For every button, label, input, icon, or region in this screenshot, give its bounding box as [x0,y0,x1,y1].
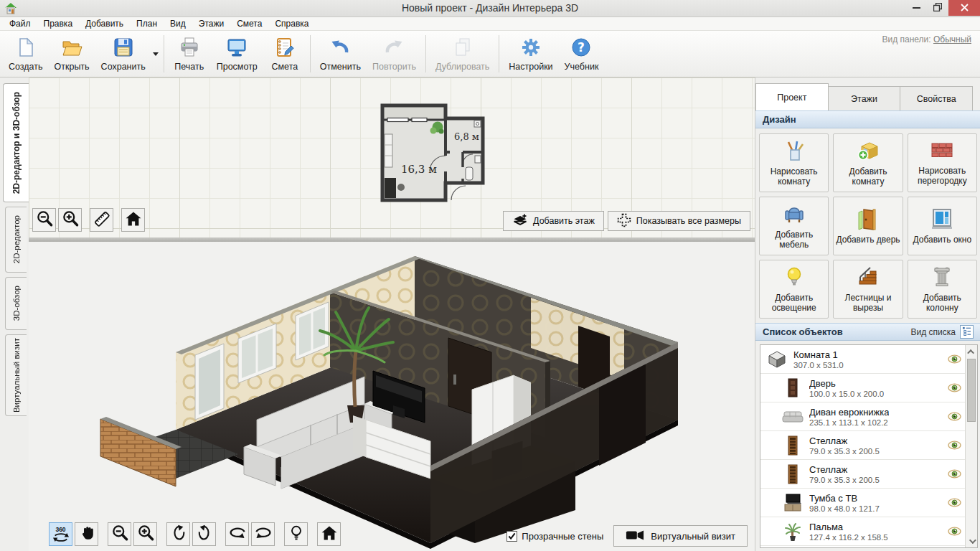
2d-editor-canvas[interactable]: 16,3 м 6,8 м Добавить этаж Показывать вс… [29,77,755,237]
design-buttons-grid: Нарисовать комнату Добавить комнату Нари… [759,133,977,319]
fit-home-button-2d[interactable] [121,208,145,232]
add-column-button[interactable]: Добавить колонну [908,260,977,319]
print-button[interactable]: Печать [168,33,211,75]
menu-floors[interactable]: Этажи [192,18,230,29]
menu-view[interactable]: Вид [164,18,192,29]
restore-icon [933,3,942,14]
minimize-button[interactable] [905,0,927,16]
lighting-button[interactable] [284,522,308,546]
menu-help[interactable]: Справка [268,18,315,29]
visibility-eye-icon[interactable] [948,527,961,538]
tab-virtual-visit[interactable]: Виртуальный визит [5,334,27,416]
orbit-left-button[interactable] [225,522,249,546]
virtual-visit-button[interactable]: Виртуальный визит [613,525,748,547]
object-row-shelf-1[interactable]: Стеллаж79.0 x 35.3 x 200.5 [760,431,977,460]
visibility-eye-icon[interactable] [948,469,961,481]
redo-button[interactable]: Повторить [367,33,422,75]
scroll-up-arrow[interactable] [966,346,977,357]
menu-file[interactable]: Файл [3,18,37,29]
restore-button[interactable] [927,0,948,16]
visibility-eye-icon[interactable] [948,498,961,509]
estimate-notepad-icon [274,37,296,60]
menu-plan[interactable]: План [130,18,164,29]
add-floor-button[interactable]: Добавить этаж [503,211,604,231]
object-row-shelf-2[interactable]: Стеллаж79.0 x 35.3 x 200.5 [760,460,977,489]
object-row-palm[interactable]: Пальма127.4 x 116.2 x 158.5 [760,517,977,546]
menu-estimate[interactable]: Смета [230,18,268,29]
3d-scene[interactable] [29,242,755,551]
draw-room-icon [783,139,806,164]
object-row-door[interactable]: Дверь100.0 x 15.0 x 200.0 [760,374,977,402]
zoom-in-button-3d[interactable] [133,522,157,546]
tab-3d-view[interactable]: 3D-обзор [5,277,27,330]
panel-view-link[interactable]: Обычный [933,34,971,44]
rotate-up-button[interactable] [166,522,190,546]
open-folder-icon [61,37,83,60]
fit-home-button-3d[interactable] [317,522,341,546]
save-dropdown-arrow[interactable] [151,33,160,75]
close-button[interactable] [948,0,980,16]
add-furniture-button[interactable]: Добавить мебель [759,197,829,255]
draw-partition-button[interactable]: Нарисовать перегородку [908,133,977,192]
tab-properties[interactable]: Свойства [900,86,973,110]
scroll-thumb[interactable] [967,359,976,422]
add-window-button[interactable]: Добавить окно [908,197,977,255]
rotate-down-button[interactable] [192,522,216,546]
visibility-eye-icon[interactable] [948,412,961,423]
settings-button[interactable]: Настройки [503,33,558,75]
duplicate-button[interactable]: Дублировать [430,33,495,75]
left-tab-strip: 2D-редактор и 3D-обзор 2D-редактор 3D-об… [0,77,29,551]
visibility-eye-icon[interactable] [948,383,961,395]
undo-button[interactable]: Отменить [314,33,367,75]
new-project-button[interactable]: Создать [3,33,49,75]
list-view-button[interactable] [960,325,974,339]
zoom-in-icon [136,524,155,545]
add-window-icon [930,207,953,232]
preview-button[interactable]: Просмотр [211,33,263,75]
open-project-button[interactable]: Открыть [49,33,95,75]
tutorial-button[interactable]: ? Учебник [559,33,605,75]
transparent-walls-label: Прозрачные стены [522,531,603,542]
floor-plan[interactable]: 16,3 м 6,8 м [375,98,489,207]
object-list-scrollbar[interactable] [965,345,977,547]
pan-button[interactable] [75,522,98,546]
zoom-out-icon [35,209,54,230]
object-list: Комната 1307.0 x 531.0 Дверь100.0 x 15.0… [760,344,978,548]
object-row-room[interactable]: Комната 1307.0 x 531.0 [760,345,977,374]
shelf-icon [782,435,804,456]
menu-add[interactable]: Добавить [79,18,130,29]
2d-toolbar [32,208,147,232]
add-room-button[interactable]: Добавить комнату [833,133,903,192]
orbit-left-icon [228,524,247,545]
draw-room-button[interactable]: Нарисовать комнату [759,133,829,192]
zoom-out-button-2d[interactable] [32,208,56,232]
tab-floors[interactable]: Этажи [828,86,901,110]
add-door-button[interactable]: Добавить дверь [833,197,903,255]
rotate-360-button[interactable]: 360 [49,522,72,546]
visibility-eye-icon[interactable] [948,354,961,366]
zoom-out-button-3d[interactable] [108,522,131,546]
estimate-button[interactable]: Смета [263,33,306,75]
transparent-walls-checkbox[interactable] [507,531,517,542]
toolbar-separator [164,35,164,72]
menu-edit[interactable]: Правка [37,18,80,29]
zoom-in-button-2d[interactable] [58,208,82,232]
tab-2d-3d[interactable]: 2D-редактор и 3D-обзор [3,83,29,202]
save-project-button[interactable]: Сохранить [95,33,151,75]
tab-2d-editor[interactable]: 2D-редактор [5,207,27,273]
measure-button[interactable] [90,208,113,232]
rotate-up-icon [170,524,187,544]
stairs-cutouts-button[interactable]: Лестницы и вырезы [833,260,903,319]
scroll-down-arrow[interactable] [966,535,977,547]
object-row-tv-stand[interactable]: Тумба с ТВ98.0 x 48.0 x 121.7 [760,489,977,517]
show-all-sizes-button[interactable]: Показывать все размеры [608,211,750,231]
add-light-button[interactable]: Добавить освещение [759,260,829,319]
orbit-right-button[interactable] [251,522,275,546]
right-panel: Проект Этажи Свойства Дизайн Нарисовать … [755,77,980,551]
tab-project[interactable]: Проект [755,83,829,110]
object-row-sofa[interactable]: Диван еврокнижка235.1 x 113.1 x 102.2 [760,402,977,431]
menu-bar: Файл Правка Добавить План Вид Этажи Смет… [0,17,980,31]
pan-hand-icon [78,524,95,544]
visibility-eye-icon[interactable] [948,441,961,452]
zoom-in-icon [61,209,80,230]
